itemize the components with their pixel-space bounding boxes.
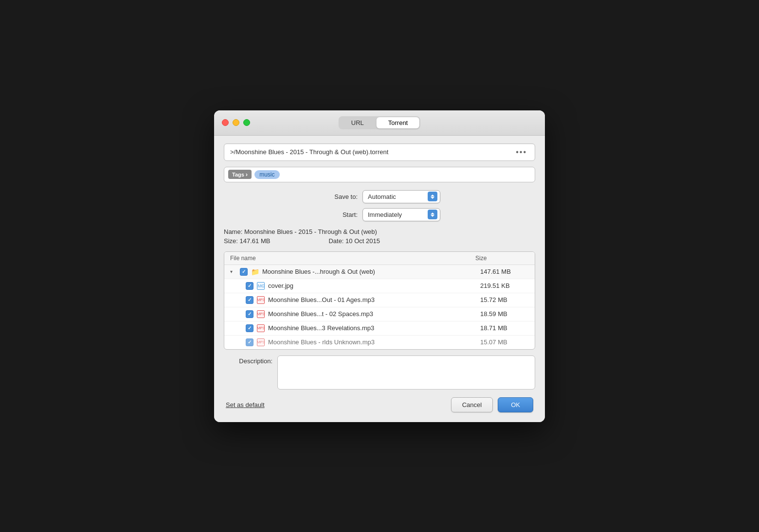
image-icon: IMG	[256, 282, 265, 290]
file-path-row: >/Moonshine Blues - 2015 - Through & Out…	[224, 143, 535, 161]
table-row: ▾ 📁 Moonshine Blues -...hrough & Out (we…	[224, 265, 535, 279]
mp3-icon: MP3	[256, 324, 265, 333]
file-list: File name Size ▾ 📁 Moonshine Blues -...h…	[224, 251, 535, 350]
file-checkbox[interactable]	[240, 268, 248, 276]
table-row: MP3 Moonshine Blues...Out - 01 Ages.mp3 …	[224, 293, 535, 307]
torrent-name-line: Name: Moonshine Blues - 2015 - Through &…	[224, 228, 535, 235]
file-checkbox[interactable]	[246, 282, 253, 290]
tab-group: URL Torrent	[339, 116, 420, 129]
ellipsis-button[interactable]: •••	[514, 148, 529, 157]
name-value: Moonshine Blues - 2015 - Through & Out (…	[244, 228, 377, 235]
start-select[interactable]: Immediately Manually When available	[362, 208, 440, 221]
dialog-content: >/Moonshine Blues - 2015 - Through & Out…	[214, 136, 545, 422]
tab-url[interactable]: URL	[340, 117, 376, 128]
description-label: Description:	[224, 355, 272, 365]
mp3-icon: MP3	[256, 338, 265, 347]
traffic-lights	[222, 119, 250, 126]
file-name: cover.jpg	[268, 282, 477, 289]
table-row: MP3 Moonshine Blues...t - 02 Spaces.mp3 …	[224, 307, 535, 321]
start-label: Start:	[319, 211, 358, 218]
ok-button[interactable]: OK	[498, 397, 533, 412]
description-textarea[interactable]	[277, 355, 535, 390]
file-name: Moonshine Blues...3 Revelations.mp3	[268, 324, 477, 332]
torrent-info: Name: Moonshine Blues - 2015 - Through &…	[224, 228, 535, 247]
file-size: 219.51 KB	[480, 282, 529, 289]
main-window: URL Torrent >/Moonshine Blues - 2015 - T…	[214, 110, 545, 422]
torrent-size-line: Size: 147.61 MB	[224, 237, 270, 245]
titlebar: URL Torrent	[214, 110, 545, 136]
name-label: Name:	[224, 228, 242, 235]
mp3-icon: MP3	[256, 310, 265, 319]
file-checkbox[interactable]	[246, 296, 253, 304]
save-to-select[interactable]: Automatic Custom...	[362, 190, 440, 203]
tab-bar: URL Torrent	[339, 116, 420, 129]
date-label: Date:	[328, 237, 343, 245]
mp3-icon: MP3	[256, 296, 265, 304]
footer-buttons: Cancel OK	[451, 397, 533, 412]
dialog-footer: Set as default Cancel OK	[224, 397, 535, 412]
col-filename-header: File name	[230, 255, 475, 262]
file-name: Moonshine Blues -...hrough & Out (web)	[262, 268, 477, 275]
file-name: Moonshine Blues...Out - 01 Ages.mp3	[268, 296, 477, 303]
date-value: 10 Oct 2015	[345, 237, 380, 245]
file-checkbox[interactable]	[246, 324, 253, 332]
save-to-label: Save to:	[319, 193, 358, 200]
close-button[interactable]	[222, 119, 229, 126]
tab-torrent[interactable]: Torrent	[377, 117, 419, 128]
file-size: 18.71 MB	[480, 324, 529, 332]
minimize-button[interactable]	[233, 119, 239, 126]
file-name: Moonshine Blues - rlds Unknown.mp3	[268, 338, 477, 346]
start-wrapper: Immediately Manually When available	[362, 208, 440, 221]
expand-icon[interactable]: ▾	[230, 269, 237, 274]
file-size: 147.61 MB	[480, 268, 529, 275]
description-row: Description:	[224, 355, 535, 390]
maximize-button[interactable]	[243, 119, 250, 126]
set-as-default-link[interactable]: Set as default	[226, 401, 265, 408]
file-size: 15.07 MB	[480, 338, 529, 346]
size-label: Size:	[224, 237, 238, 245]
folder-icon: 📁	[251, 267, 259, 276]
cancel-button[interactable]: Cancel	[451, 397, 493, 412]
size-value: 147.61 MB	[240, 237, 271, 245]
tag-music[interactable]: music	[254, 170, 279, 179]
file-list-body: ▾ 📁 Moonshine Blues -...hrough & Out (we…	[224, 265, 535, 349]
torrent-meta: Size: 147.61 MB Date: 10 Oct 2015	[224, 237, 535, 247]
start-row: Start: Immediately Manually When availab…	[224, 208, 535, 221]
file-checkbox[interactable]	[246, 338, 253, 346]
table-row: MP3 Moonshine Blues - rlds Unknown.mp3 1…	[224, 336, 535, 349]
file-list-header: File name Size	[224, 252, 535, 265]
file-name: Moonshine Blues...t - 02 Spaces.mp3	[268, 310, 477, 318]
table-row: IMG cover.jpg 219.51 KB	[224, 279, 535, 293]
save-to-row: Save to: Automatic Custom...	[224, 190, 535, 203]
tags-row: Tags music	[224, 167, 535, 182]
file-path-text: >/Moonshine Blues - 2015 - Through & Out…	[230, 148, 514, 156]
col-size-header: Size	[475, 255, 529, 262]
torrent-date-line: Date: 10 Oct 2015	[328, 237, 380, 245]
file-size: 18.59 MB	[480, 310, 529, 318]
file-checkbox[interactable]	[246, 310, 253, 318]
file-size: 15.72 MB	[480, 296, 529, 303]
tags-label: Tags	[228, 170, 252, 179]
save-to-wrapper: Automatic Custom...	[362, 190, 440, 203]
table-row: MP3 Moonshine Blues...3 Revelations.mp3 …	[224, 321, 535, 336]
